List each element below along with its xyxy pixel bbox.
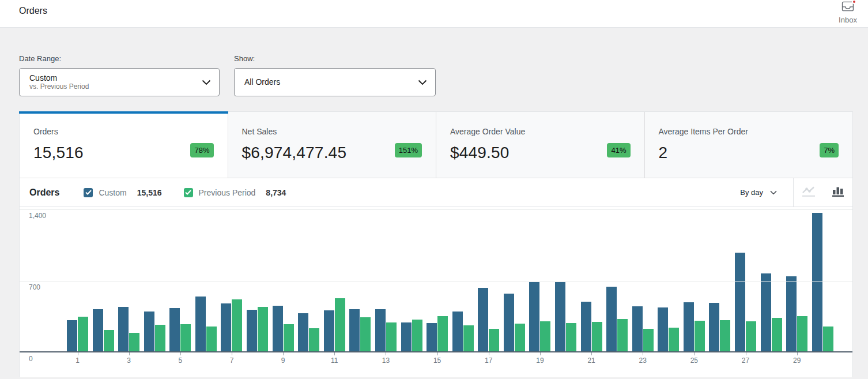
x-axis-label: 19 (536, 357, 544, 365)
bar-custom[interactable] (349, 309, 360, 352)
bar-custom[interactable] (195, 297, 206, 351)
summary-tile[interactable]: Average Order Value$449.5041% (436, 112, 645, 178)
bar-custom[interactable] (375, 309, 386, 352)
bar-previous-period[interactable] (335, 298, 345, 351)
bar-previous-period[interactable] (823, 327, 833, 351)
bar-previous-period[interactable] (643, 329, 654, 351)
bar-custom[interactable] (452, 312, 463, 351)
bar-previous-period[interactable] (797, 316, 807, 351)
bar-previous-period[interactable] (412, 320, 422, 351)
delta-badge: 41% (607, 143, 630, 157)
bar-custom[interactable] (709, 303, 719, 351)
bar-custom[interactable] (273, 306, 283, 351)
summary-tile[interactable]: Orders15,51678% (20, 112, 228, 178)
bar-custom[interactable] (221, 303, 231, 351)
bar-group (761, 209, 782, 351)
bar-previous-period[interactable] (746, 321, 756, 351)
bar-previous-period[interactable] (309, 328, 319, 351)
summary-tile-label: Average Order Value (450, 127, 631, 136)
bar-custom[interactable] (169, 308, 180, 351)
bar-previous-period[interactable] (78, 317, 88, 351)
bar-custom[interactable] (118, 307, 129, 351)
checkbox-checked-icon[interactable] (84, 188, 93, 197)
legend-item[interactable]: Previous Period8,734 (184, 188, 286, 197)
bar-custom[interactable] (812, 213, 822, 351)
bar-previous-period[interactable] (566, 323, 576, 351)
bar-custom[interactable] (427, 323, 437, 351)
bar-previous-period[interactable] (617, 319, 628, 351)
bar-custom[interactable] (324, 310, 334, 351)
bar-custom[interactable] (401, 322, 412, 351)
bar-previous-period[interactable] (129, 333, 139, 351)
bar-custom[interactable] (632, 306, 643, 351)
bar-custom[interactable] (67, 320, 77, 351)
bar-group (452, 209, 474, 351)
interval-select[interactable]: By day (740, 188, 793, 197)
interval-value: By day (740, 188, 763, 197)
bar-previous-period[interactable] (720, 320, 730, 351)
bar-custom[interactable] (144, 312, 154, 351)
x-axis-label: 1 (76, 357, 80, 365)
x-axis-label: 25 (690, 357, 698, 365)
x-axis-label: 7 (230, 357, 234, 365)
bar-custom[interactable] (93, 309, 103, 352)
x-axis-tick (797, 352, 798, 355)
bar-custom[interactable] (658, 307, 668, 351)
bar-previous-period[interactable] (489, 329, 499, 351)
bar-group (401, 209, 422, 351)
bar-previous-period[interactable] (155, 325, 165, 351)
bar-custom[interactable] (298, 313, 308, 351)
bar-previous-period[interactable] (772, 318, 782, 351)
bar-custom[interactable] (247, 310, 257, 351)
x-axis-label: 27 (742, 357, 749, 365)
bar-custom[interactable] (786, 276, 797, 351)
summary-tile-value: $449.50 (450, 144, 631, 162)
inbox-button[interactable]: Inbox (833, 1, 863, 24)
summary-tile[interactable]: Net Sales$6,974,477.45151% (228, 112, 437, 178)
chevron-down-icon (418, 77, 427, 88)
line-chart-toggle-button[interactable] (794, 178, 824, 207)
bar-previous-period[interactable] (206, 327, 217, 351)
summary-tile[interactable]: Average Items Per Order27% (645, 112, 853, 178)
bar-custom[interactable] (684, 302, 694, 351)
bar-group: 15 (427, 209, 448, 351)
gridline (20, 209, 852, 210)
bar-previous-period[interactable] (669, 328, 679, 351)
bar-custom[interactable] (555, 282, 565, 351)
checkbox-checked-icon[interactable] (184, 188, 193, 197)
bar-previous-period[interactable] (232, 299, 242, 351)
show-dropdown[interactable]: All Orders (234, 68, 436, 96)
bar-previous-period[interactable] (592, 322, 602, 351)
chart-legend: Custom15,516Previous Period8,734 (84, 188, 308, 197)
bar-previous-period[interactable] (540, 321, 550, 351)
delta-badge: 78% (190, 143, 213, 157)
bar-previous-period[interactable] (258, 307, 268, 351)
bar-custom[interactable] (478, 288, 488, 351)
bar-group: 23 (632, 209, 654, 351)
x-axis-label: 21 (587, 357, 595, 365)
bar-previous-period[interactable] (386, 322, 397, 351)
bar-previous-period[interactable] (360, 317, 371, 351)
date-range-label: Date Range: (19, 54, 220, 63)
bar-previous-period[interactable] (284, 324, 294, 351)
chart-title: Orders (29, 187, 59, 198)
summary-tiles: Orders15,51678%Net Sales$6,974,477.45151… (20, 112, 852, 178)
bar-previous-period[interactable] (104, 330, 114, 351)
bar-previous-period[interactable] (463, 325, 474, 351)
bar-group: 21 (581, 209, 602, 351)
delta-badge: 151% (395, 143, 422, 157)
bar-custom[interactable] (761, 273, 771, 352)
bar-chart-toggle-button[interactable] (824, 178, 852, 207)
bar-custom[interactable] (581, 302, 591, 351)
bar-previous-period[interactable] (180, 324, 191, 351)
legend-item[interactable]: Custom15,516 (84, 188, 161, 197)
date-range-dropdown[interactable]: Custom vs. Previous Period (19, 68, 220, 96)
bar-custom[interactable] (606, 287, 617, 351)
bar-custom[interactable] (529, 282, 539, 351)
bar-custom[interactable] (504, 294, 514, 351)
bar-previous-period[interactable] (515, 324, 525, 351)
bar-previous-period[interactable] (437, 316, 448, 351)
bar-custom[interactable] (735, 253, 745, 351)
x-axis-label: 5 (178, 357, 182, 365)
bar-previous-period[interactable] (695, 321, 705, 351)
